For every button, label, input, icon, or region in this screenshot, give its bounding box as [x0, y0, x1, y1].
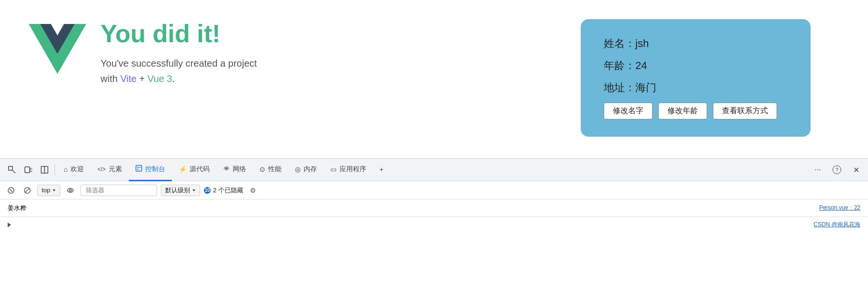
devtools-more-area: ··· ? ✕: [810, 162, 864, 177]
performance-icon: ⊙: [259, 165, 265, 173]
tab-add[interactable]: +: [373, 158, 390, 181]
change-age-button[interactable]: 修改年龄: [658, 103, 707, 119]
memory-icon: ◎: [295, 165, 301, 173]
log-level-selector[interactable]: 默认级别: [161, 185, 200, 196]
card-buttons: 修改名字 修改年龄 查看联系方式: [604, 103, 788, 119]
tab-sources-label: 源代码: [190, 165, 210, 174]
more-options-button[interactable]: ···: [810, 162, 825, 177]
svg-rect-2: [25, 167, 30, 173]
home-icon: ⌂: [64, 165, 68, 173]
top-label: top: [42, 187, 50, 194]
tab-application-label: 应用程序: [339, 165, 366, 174]
svg-rect-6: [136, 165, 142, 171]
tab-separator-1: [55, 164, 55, 176]
svg-rect-0: [9, 166, 12, 170]
source-file-link[interactable]: Person.vue：22: [819, 204, 860, 212]
no-filter-button[interactable]: [21, 184, 34, 197]
console-bottom-bar: CSDN @南风花海: [0, 217, 868, 232]
application-icon: ▭: [330, 165, 337, 173]
device-toggle-icon[interactable]: [21, 162, 36, 177]
console-icon: [135, 165, 142, 173]
age-row: 年龄：24: [604, 59, 788, 73]
eye-button[interactable]: [64, 184, 77, 197]
tab-sources[interactable]: ⚡ 源代码: [172, 158, 216, 181]
hero-subtitle: You've successfully created a project wi…: [101, 56, 257, 86]
clear-console-button[interactable]: [5, 184, 17, 197]
top-frame-selector[interactable]: top: [37, 185, 60, 196]
tab-console-label: 控制台: [145, 165, 165, 174]
view-contact-button[interactable]: 查看联系方式: [713, 103, 777, 119]
devtools-tabs-bar: ⌂ 欢迎 </> 元素 控制台 ⚡ 源代码 网络 ⊙ 性能 ◎ 内存 ▭ 应用程…: [0, 158, 868, 181]
filter-input[interactable]: [80, 185, 157, 196]
svg-line-13: [25, 188, 29, 192]
hidden-count: 2 个已隐藏: [213, 186, 243, 195]
tab-elements[interactable]: </> 元素: [90, 158, 128, 181]
address-row: 地址：海门: [604, 81, 788, 95]
tab-performance[interactable]: ⊙ 性能: [253, 158, 288, 181]
console-toolbar: top 默认级别 10 2 个已隐藏 ⚙: [0, 181, 868, 199]
tab-welcome[interactable]: ⌂ 欢迎: [57, 158, 90, 181]
svg-point-14: [68, 188, 73, 192]
csdn-attribution[interactable]: CSDN @南风花海: [813, 221, 860, 229]
tab-console[interactable]: 控制台: [129, 158, 172, 181]
svg-point-15: [69, 189, 71, 191]
error-dot: 10: [204, 187, 211, 194]
tab-network[interactable]: 网络: [216, 158, 253, 181]
hero-text: You did it! You've successfully created …: [101, 19, 257, 86]
tab-performance-label: 性能: [268, 165, 282, 174]
tab-network-label: 网络: [233, 165, 246, 174]
svg-line-11: [10, 189, 12, 192]
name-row: 姓名：jsh: [604, 36, 788, 51]
tab-memory-label: 内存: [304, 165, 317, 174]
svg-line-1: [12, 170, 15, 173]
console-prompt-chevron[interactable]: [8, 223, 11, 227]
console-settings-icon[interactable]: ⚙: [250, 187, 256, 194]
console-log-row: 姜水桦 Person.vue：22: [0, 199, 868, 217]
inspect-element-icon[interactable]: [4, 162, 20, 177]
log-content: 姜水桦: [8, 204, 26, 212]
level-label: 默认级别: [165, 186, 190, 195]
panel-layout-icon[interactable]: [37, 162, 52, 177]
vue-logo: [29, 24, 86, 82]
info-card: 姓名：jsh 年龄：24 地址：海门 修改名字 修改年龄 查看联系方式: [581, 19, 811, 137]
help-button[interactable]: ?: [829, 162, 845, 177]
hero-title: You did it!: [101, 19, 257, 48]
change-name-button[interactable]: 修改名字: [604, 103, 653, 119]
error-count-badge: 10 2 个已隐藏: [204, 186, 243, 195]
sources-icon: ⚡: [179, 165, 187, 173]
network-icon: [223, 165, 230, 173]
close-devtools-button[interactable]: ✕: [848, 162, 864, 177]
svg-rect-3: [30, 168, 32, 172]
tab-memory[interactable]: ◎ 内存: [288, 158, 324, 181]
elements-icon: </>: [97, 166, 105, 173]
tab-welcome-label: 欢迎: [70, 165, 84, 174]
log-text: 姜水桦: [8, 204, 26, 211]
tab-elements-label: 元素: [109, 165, 122, 174]
add-tab-icon: +: [380, 165, 383, 173]
tab-application[interactable]: ▭ 应用程序: [324, 158, 373, 181]
